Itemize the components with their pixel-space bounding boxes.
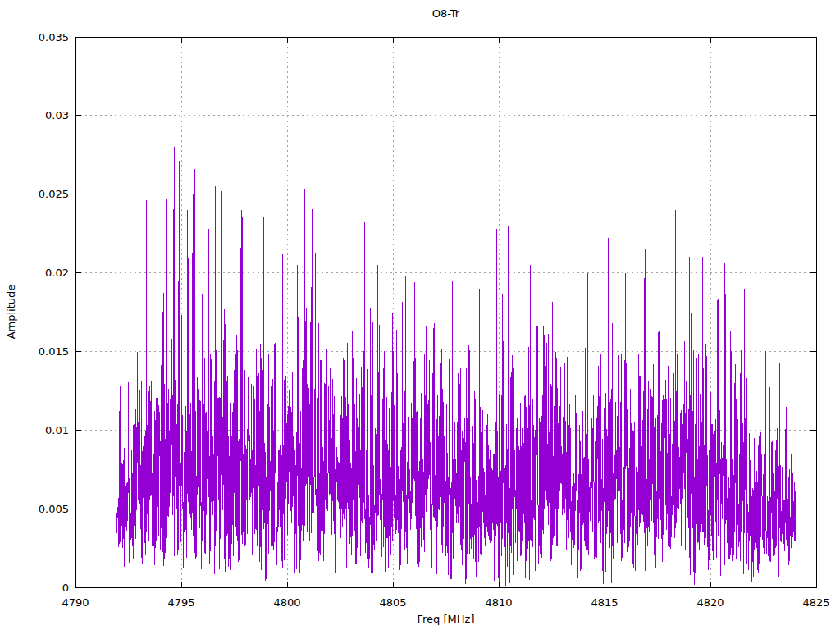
x-tick-label: 4815 — [591, 596, 618, 609]
y-tick-label: 0.02 — [45, 267, 69, 279]
y-tick-label: 0.015 — [39, 345, 69, 358]
y-tick-label: 0.005 — [39, 503, 69, 515]
spectrum-trace — [116, 68, 796, 586]
x-tick-label: 4790 — [62, 596, 89, 609]
y-tick-label: 0.035 — [39, 31, 69, 43]
x-tick-label: 4820 — [696, 596, 724, 609]
chart-title: O8-Tr — [75, 7, 816, 20]
chart-figure: 4790479548004805481048154820482500.0050.… — [0, 0, 840, 630]
x-tick-label: 4795 — [167, 596, 194, 609]
y-axis-label: Amplitude — [5, 230, 18, 394]
y-tick-label: 0.01 — [45, 424, 69, 436]
y-tick-label: 0.025 — [39, 188, 69, 200]
plot-area: 4790479548004805481048154820482500.0050.… — [0, 0, 840, 630]
x-tick-label: 4825 — [802, 596, 829, 609]
y-tick-label: 0 — [62, 582, 69, 594]
x-tick-label: 4805 — [379, 596, 406, 609]
x-tick-label: 4800 — [273, 596, 300, 609]
x-axis-label: Freq [MHz] — [75, 613, 816, 625]
y-tick-label: 0.03 — [45, 109, 69, 121]
x-tick-label: 4810 — [485, 596, 512, 609]
